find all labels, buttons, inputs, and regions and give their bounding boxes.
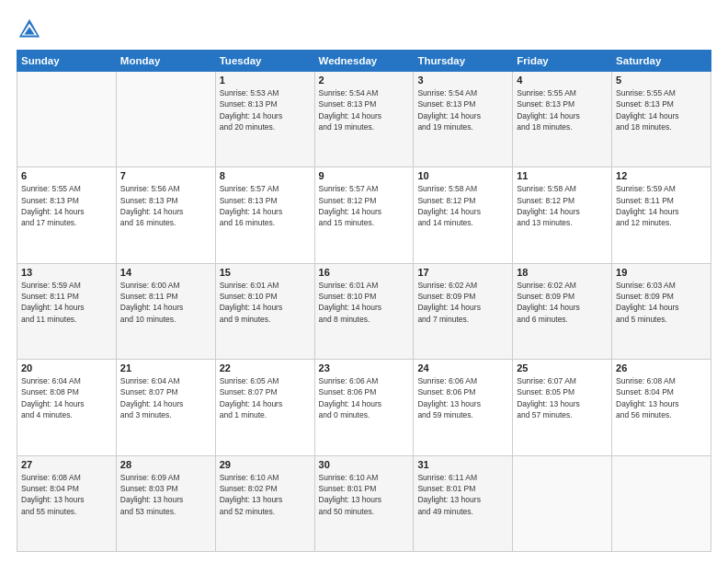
day-number: 2 — [319, 75, 410, 86]
calendar-week-4: 20Sunrise: 6:04 AM Sunset: 8:08 PM Dayli… — [17, 360, 711, 455]
day-info: Sunrise: 6:01 AM Sunset: 8:10 PM Dayligh… — [220, 280, 311, 325]
day-number: 11 — [517, 170, 608, 181]
calendar-cell: 30Sunrise: 6:10 AM Sunset: 8:01 PM Dayli… — [314, 455, 414, 551]
day-number: 21 — [120, 362, 211, 373]
calendar-cell — [116, 72, 215, 167]
weekday-header-saturday: Saturday — [612, 51, 711, 72]
day-number: 7 — [120, 170, 211, 181]
calendar-cell: 25Sunrise: 6:07 AM Sunset: 8:05 PM Dayli… — [513, 360, 612, 455]
day-info: Sunrise: 6:09 AM Sunset: 8:03 PM Dayligh… — [120, 472, 211, 517]
weekday-header-row: SundayMondayTuesdayWednesdayThursdayFrid… — [17, 51, 711, 72]
day-number: 12 — [616, 170, 707, 181]
day-number: 13 — [21, 267, 112, 278]
calendar-cell: 13Sunrise: 5:59 AM Sunset: 8:11 PM Dayli… — [17, 263, 117, 359]
day-info: Sunrise: 5:56 AM Sunset: 8:13 PM Dayligh… — [120, 183, 211, 228]
day-number: 27 — [21, 459, 112, 470]
weekday-header-friday: Friday — [513, 51, 612, 72]
calendar-cell — [17, 72, 117, 167]
calendar-cell: 27Sunrise: 6:08 AM Sunset: 8:04 PM Dayli… — [17, 455, 117, 551]
calendar-cell: 2Sunrise: 5:54 AM Sunset: 8:13 PM Daylig… — [314, 72, 414, 167]
page: SundayMondayTuesdayWednesdayThursdayFrid… — [0, 0, 728, 563]
day-number: 26 — [616, 362, 707, 373]
day-info: Sunrise: 5:59 AM Sunset: 8:11 PM Dayligh… — [21, 280, 112, 325]
day-number: 9 — [319, 170, 410, 181]
day-info: Sunrise: 6:06 AM Sunset: 8:06 PM Dayligh… — [417, 375, 508, 420]
calendar-cell: 17Sunrise: 6:02 AM Sunset: 8:09 PM Dayli… — [414, 263, 513, 359]
calendar-cell: 10Sunrise: 5:58 AM Sunset: 8:12 PM Dayli… — [414, 167, 513, 263]
day-number: 22 — [220, 362, 311, 373]
weekday-header-monday: Monday — [116, 51, 215, 72]
day-number: 8 — [220, 170, 311, 181]
day-number: 30 — [319, 459, 410, 470]
calendar-cell: 24Sunrise: 6:06 AM Sunset: 8:06 PM Dayli… — [414, 360, 513, 455]
day-number: 25 — [517, 362, 608, 373]
day-info: Sunrise: 6:08 AM Sunset: 8:04 PM Dayligh… — [616, 375, 707, 420]
day-info: Sunrise: 5:55 AM Sunset: 8:13 PM Dayligh… — [21, 183, 112, 228]
day-info: Sunrise: 6:04 AM Sunset: 8:07 PM Dayligh… — [120, 375, 211, 420]
calendar-cell: 28Sunrise: 6:09 AM Sunset: 8:03 PM Dayli… — [116, 455, 215, 551]
day-info: Sunrise: 6:02 AM Sunset: 8:09 PM Dayligh… — [417, 280, 508, 325]
day-info: Sunrise: 6:05 AM Sunset: 8:07 PM Dayligh… — [220, 375, 311, 420]
calendar-cell: 21Sunrise: 6:04 AM Sunset: 8:07 PM Dayli… — [116, 360, 215, 455]
calendar-cell: 7Sunrise: 5:56 AM Sunset: 8:13 PM Daylig… — [116, 167, 215, 263]
day-number: 4 — [517, 75, 608, 86]
day-info: Sunrise: 5:57 AM Sunset: 8:12 PM Dayligh… — [319, 183, 410, 228]
day-number: 3 — [417, 75, 508, 86]
day-number: 5 — [616, 75, 707, 86]
day-number: 24 — [417, 362, 508, 373]
calendar-week-2: 6Sunrise: 5:55 AM Sunset: 8:13 PM Daylig… — [17, 167, 711, 263]
day-info: Sunrise: 5:55 AM Sunset: 8:13 PM Dayligh… — [517, 87, 608, 132]
calendar-cell: 15Sunrise: 6:01 AM Sunset: 8:10 PM Dayli… — [215, 263, 314, 359]
day-info: Sunrise: 6:04 AM Sunset: 8:08 PM Dayligh… — [21, 375, 112, 420]
day-number: 29 — [220, 459, 311, 470]
calendar-cell: 31Sunrise: 6:11 AM Sunset: 8:01 PM Dayli… — [414, 455, 513, 551]
header — [17, 17, 711, 42]
day-info: Sunrise: 5:59 AM Sunset: 8:11 PM Dayligh… — [616, 183, 707, 228]
day-number: 1 — [220, 75, 311, 86]
calendar-cell: 4Sunrise: 5:55 AM Sunset: 8:13 PM Daylig… — [513, 72, 612, 167]
day-number: 28 — [120, 459, 211, 470]
calendar-cell: 19Sunrise: 6:03 AM Sunset: 8:09 PM Dayli… — [612, 263, 711, 359]
calendar-cell: 6Sunrise: 5:55 AM Sunset: 8:13 PM Daylig… — [17, 167, 117, 263]
day-info: Sunrise: 5:57 AM Sunset: 8:13 PM Dayligh… — [220, 183, 311, 228]
calendar-cell — [513, 455, 612, 551]
calendar-cell: 22Sunrise: 6:05 AM Sunset: 8:07 PM Dayli… — [215, 360, 314, 455]
calendar-cell: 29Sunrise: 6:10 AM Sunset: 8:02 PM Dayli… — [215, 455, 314, 551]
day-number: 20 — [21, 362, 112, 373]
weekday-header-wednesday: Wednesday — [314, 51, 414, 72]
day-info: Sunrise: 6:11 AM Sunset: 8:01 PM Dayligh… — [417, 472, 508, 517]
day-info: Sunrise: 6:01 AM Sunset: 8:10 PM Dayligh… — [319, 280, 410, 325]
day-number: 15 — [220, 267, 311, 278]
logo — [17, 17, 46, 42]
calendar-cell: 12Sunrise: 5:59 AM Sunset: 8:11 PM Dayli… — [612, 167, 711, 263]
calendar-cell: 18Sunrise: 6:02 AM Sunset: 8:09 PM Dayli… — [513, 263, 612, 359]
calendar-cell: 11Sunrise: 5:58 AM Sunset: 8:12 PM Dayli… — [513, 167, 612, 263]
calendar-cell: 16Sunrise: 6:01 AM Sunset: 8:10 PM Dayli… — [314, 263, 414, 359]
day-info: Sunrise: 6:00 AM Sunset: 8:11 PM Dayligh… — [120, 280, 211, 325]
day-number: 31 — [417, 459, 508, 470]
day-info: Sunrise: 6:03 AM Sunset: 8:09 PM Dayligh… — [616, 280, 707, 325]
weekday-header-tuesday: Tuesday — [215, 51, 314, 72]
calendar-cell: 8Sunrise: 5:57 AM Sunset: 8:13 PM Daylig… — [215, 167, 314, 263]
calendar-cell: 9Sunrise: 5:57 AM Sunset: 8:12 PM Daylig… — [314, 167, 414, 263]
calendar-week-3: 13Sunrise: 5:59 AM Sunset: 8:11 PM Dayli… — [17, 263, 711, 359]
day-info: Sunrise: 6:10 AM Sunset: 8:01 PM Dayligh… — [319, 472, 410, 517]
day-number: 10 — [417, 170, 508, 181]
day-info: Sunrise: 5:54 AM Sunset: 8:13 PM Dayligh… — [417, 87, 508, 132]
day-info: Sunrise: 5:55 AM Sunset: 8:13 PM Dayligh… — [616, 87, 707, 132]
day-info: Sunrise: 6:06 AM Sunset: 8:06 PM Dayligh… — [319, 375, 410, 420]
logo-icon — [17, 17, 42, 42]
day-info: Sunrise: 5:54 AM Sunset: 8:13 PM Dayligh… — [319, 87, 410, 132]
calendar: SundayMondayTuesdayWednesdayThursdayFrid… — [17, 50, 711, 552]
calendar-cell: 26Sunrise: 6:08 AM Sunset: 8:04 PM Dayli… — [612, 360, 711, 455]
calendar-cell: 23Sunrise: 6:06 AM Sunset: 8:06 PM Dayli… — [314, 360, 414, 455]
calendar-cell: 14Sunrise: 6:00 AM Sunset: 8:11 PM Dayli… — [116, 263, 215, 359]
day-number: 16 — [319, 267, 410, 278]
calendar-cell: 20Sunrise: 6:04 AM Sunset: 8:08 PM Dayli… — [17, 360, 117, 455]
day-number: 23 — [319, 362, 410, 373]
day-number: 17 — [417, 267, 508, 278]
day-info: Sunrise: 5:53 AM Sunset: 8:13 PM Dayligh… — [220, 87, 311, 132]
day-number: 18 — [517, 267, 608, 278]
day-number: 6 — [21, 170, 112, 181]
day-number: 14 — [120, 267, 211, 278]
